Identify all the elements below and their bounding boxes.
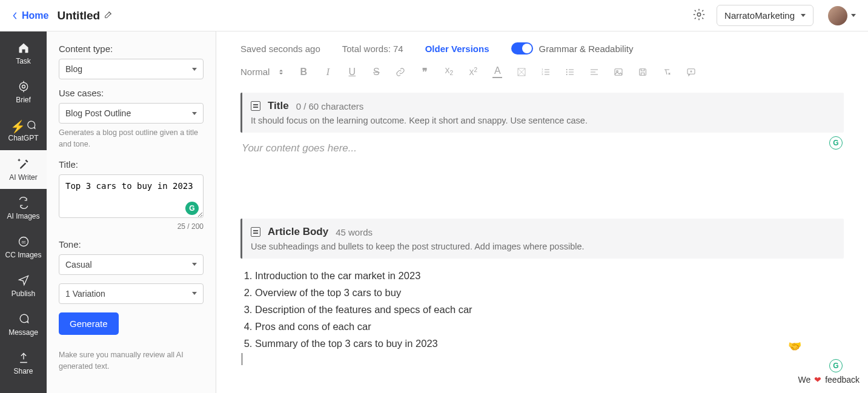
align-button[interactable] [589, 67, 599, 77]
rail-label: Share [13, 367, 33, 375]
saved-status: Saved seconds ago [240, 44, 320, 54]
title-input[interactable] [59, 174, 204, 218]
editor-toolbar: Normal B I U S ❞ X2 X2 A 123 [240, 65, 844, 90]
home-link[interactable]: Home [12, 10, 48, 21]
user-menu-chevron-icon[interactable] [851, 14, 856, 17]
doc-title: Untitled [57, 9, 100, 22]
content-type-label: Content type: [59, 44, 204, 54]
edit-title-icon[interactable] [104, 10, 113, 22]
quote-button[interactable]: ❞ [420, 66, 429, 78]
ordered-list-button[interactable]: 123 [541, 67, 551, 77]
list-item: Summary of the top 3 cars to buy in 2023 [255, 335, 843, 352]
strike-button[interactable]: S [371, 67, 381, 78]
rail-label: CC Images [5, 251, 41, 259]
title-section-label: Title [268, 100, 289, 112]
title-char-count: 25 / 200 [59, 222, 204, 231]
rail-chatgpt[interactable]: ⚡ ChatGPT [0, 111, 47, 150]
editor-statusbar: Saved seconds ago Total words: 74 Older … [240, 42, 844, 54]
save-button-icon[interactable] [638, 67, 648, 77]
wand-icon [18, 158, 30, 172]
list-item: Introduction to the car market in 2023 [255, 267, 843, 284]
user-avatar[interactable] [828, 6, 847, 25]
grammar-toggle[interactable] [511, 42, 533, 54]
topbar: Home Untitled NarratoMarketing [0, 0, 868, 31]
tone-select[interactable]: Casual [59, 254, 204, 275]
list-item: Pros and cons of each car [255, 318, 843, 335]
variations-value: 1 Variation [65, 289, 105, 299]
underline-button[interactable]: U [347, 67, 357, 78]
title-content-input[interactable]: Your content goes here... [240, 133, 844, 164]
config-panel: Content type: Blog Use cases: Blog Post … [47, 31, 216, 393]
rail-ai-images[interactable]: AI Images [0, 189, 47, 228]
body-section-hint: Use subheadings and bullets to keep the … [251, 242, 835, 251]
ai-disclaimer: Make sure you manually review all AI gen… [59, 349, 204, 373]
content-type-select[interactable]: Blog [59, 59, 204, 79]
workspace-dropdown[interactable]: NarratoMarketing [717, 5, 813, 26]
title-section-header: Title 0 / 60 characters It should focus … [240, 93, 844, 133]
svg-point-2 [22, 85, 25, 88]
italic-button[interactable]: I [323, 67, 333, 78]
comment-button[interactable] [686, 67, 696, 77]
rail-task[interactable]: Task [0, 34, 47, 73]
link-button[interactable] [396, 67, 405, 77]
feedback-widget[interactable]: We ❤ feedback [798, 375, 860, 385]
rail-cc-images[interactable]: cc CC Images [0, 228, 47, 266]
rail-share[interactable]: Share [0, 344, 47, 383]
grammarly-icon[interactable]: G [829, 359, 843, 372]
highlight-button[interactable] [517, 67, 526, 77]
editor-area: Saved seconds ago Total words: 74 Older … [216, 31, 868, 393]
title-label: Title: [59, 159, 204, 170]
rail-label: Task [16, 57, 31, 65]
unordered-list-button[interactable] [565, 67, 575, 77]
rail-publish[interactable]: Publish [0, 266, 47, 305]
clear-format-button[interactable] [662, 67, 672, 77]
paragraph-style-select[interactable]: Normal [240, 67, 284, 77]
svg-rect-12 [615, 68, 622, 75]
sidebar-rail: Task Brief ⚡ ChatGPT AI Writer AI Images [0, 31, 47, 393]
list-item: Overview of the top 3 cars to buy [255, 284, 843, 301]
body-content-input[interactable]: Introduction to the car market in 2023Ov… [240, 259, 844, 374]
svg-text:3: 3 [542, 73, 544, 76]
svg-point-9 [566, 69, 568, 70]
bold-button[interactable]: B [299, 67, 308, 78]
svg-point-10 [566, 71, 568, 73]
grammarly-icon[interactable]: G [829, 136, 843, 150]
home-label: Home [22, 10, 48, 21]
home-icon [18, 42, 30, 56]
bolt-chat-icon: ⚡ [10, 120, 36, 133]
settings-icon[interactable] [692, 8, 706, 24]
svg-rect-14 [640, 68, 646, 75]
paragraph-style-label: Normal [240, 67, 270, 77]
workspace-name: NarratoMarketing [724, 10, 795, 21]
rail-ai-writer[interactable]: AI Writer [0, 150, 47, 189]
chevron-down-icon [192, 112, 197, 115]
image-button[interactable] [614, 67, 623, 77]
chevron-down-icon [192, 68, 197, 71]
chevron-down-icon [192, 263, 197, 266]
text-color-button[interactable]: A [492, 65, 502, 78]
svg-text:cc: cc [21, 239, 25, 243]
rail-label: Brief [16, 96, 31, 104]
feedback-post: feedback [825, 375, 860, 385]
rail-label: ChatGPT [8, 134, 38, 142]
rail-label: AI Writer [9, 173, 37, 182]
use-cases-select[interactable]: Blog Post Outline [59, 103, 204, 124]
rail-message[interactable]: Message [0, 305, 47, 344]
superscript-button[interactable]: X2 [468, 67, 478, 77]
cc-icon: cc [18, 236, 30, 249]
tone-label: Tone: [59, 239, 204, 249]
clap-icon[interactable]: 🤝 [788, 337, 801, 356]
rail-brief[interactable]: Brief [0, 73, 47, 111]
tone-value: Casual [65, 260, 92, 269]
generate-button[interactable]: Generate [59, 312, 119, 335]
variations-select[interactable]: 1 Variation [59, 283, 204, 304]
chevron-down-icon [801, 14, 806, 17]
body-word-meta: 45 words [336, 227, 373, 237]
section-icon [251, 227, 260, 237]
older-versions-link[interactable]: Older Versions [425, 44, 489, 54]
subscript-button[interactable]: X2 [444, 67, 454, 76]
grammarly-icon[interactable]: G [185, 202, 199, 215]
title-char-meta: 0 / 60 characters [296, 101, 364, 111]
select-arrows-icon [278, 69, 284, 75]
section-icon [251, 101, 260, 111]
